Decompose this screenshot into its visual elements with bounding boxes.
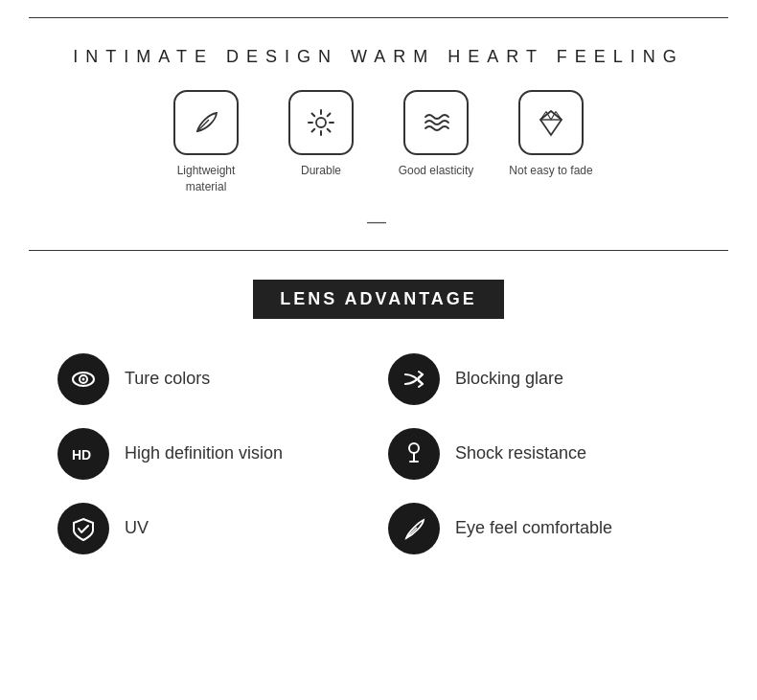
shield-icon <box>57 503 109 554</box>
advantage-true-colors: Ture colors <box>57 353 369 405</box>
shock-resistance-label: Shock resistance <box>455 443 586 463</box>
advantage-uv: UV <box>57 503 369 554</box>
true-colors-label: Ture colors <box>125 369 210 389</box>
dash-separator: — <box>0 211 757 233</box>
hd-vision-label: High definition vision <box>125 443 283 463</box>
lens-advantage-box: LENS ADVANTAGE <box>0 280 757 319</box>
gear-icon-box <box>288 90 354 155</box>
lightweight-label: Lightweight material <box>163 163 249 195</box>
durable-label: Durable <box>301 163 341 179</box>
svg-text:HD: HD <box>72 447 91 463</box>
fade-label: Not easy to fade <box>509 163 592 179</box>
leaf-icon-box <box>173 90 239 155</box>
advantage-hd-vision: HD High definition vision <box>57 428 369 480</box>
feather-icon <box>388 503 440 554</box>
advantage-blocking-glare: Blocking glare <box>388 353 700 405</box>
shuffle-icon <box>388 353 440 405</box>
elasticity-label: Good elasticity <box>399 163 474 179</box>
section-title: INTIMATE DESIGN WARM HEART FEELING <box>0 47 757 67</box>
mid-divider <box>29 250 728 251</box>
features-row: Lightweight material Durable Good elasti… <box>0 90 757 195</box>
advantage-shock-resistance: Shock resistance <box>388 428 700 480</box>
hd-icon: HD <box>57 428 109 480</box>
top-divider <box>29 17 728 18</box>
eye-comfortable-label: Eye feel comfortable <box>455 518 612 538</box>
blocking-glare-label: Blocking glare <box>455 369 563 389</box>
svg-point-12 <box>409 443 419 453</box>
tool-icon <box>388 428 440 480</box>
feature-durable: Durable <box>278 90 364 179</box>
feature-lightweight: Lightweight material <box>163 90 249 195</box>
waves-icon-box <box>403 90 469 155</box>
eye-icon <box>57 353 109 405</box>
svg-point-1 <box>316 118 326 127</box>
advantage-eye-comfortable: Eye feel comfortable <box>388 503 700 554</box>
advantages-grid: Ture colors Blocking glare HD High defin… <box>0 353 757 554</box>
lens-advantage-title: LENS ADVANTAGE <box>253 280 504 319</box>
feature-fade: Not easy to fade <box>508 90 594 179</box>
uv-label: UV <box>125 518 149 538</box>
svg-point-10 <box>82 377 85 380</box>
feature-elasticity: Good elasticity <box>393 90 479 179</box>
diamond-icon-box <box>518 90 584 155</box>
